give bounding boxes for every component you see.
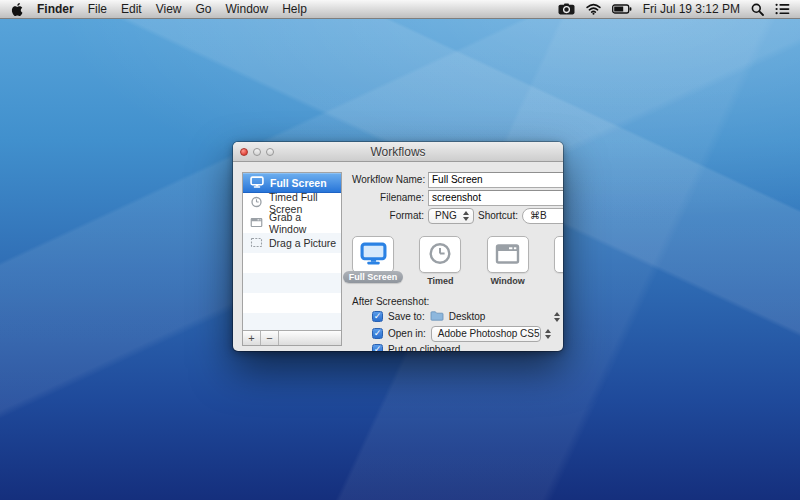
full-screen-button[interactable] [352,236,394,273]
format-label: Format: [352,210,424,221]
workflow-name-label: Workflow Name: [352,174,424,185]
list-empty-row [243,273,341,293]
menu-window[interactable]: Window [226,2,269,16]
filename-input[interactable] [428,190,563,206]
list-item-drag-a-picture[interactable]: Drag a Picture [243,233,341,253]
list-item-label: Grab a Window [269,211,341,235]
open-in-value: Adobe Photoshop CS5 [438,328,540,339]
clipboard-checkbox[interactable]: ✓ [372,344,383,351]
apple-menu-icon[interactable] [10,2,23,17]
timed-button[interactable] [419,236,461,273]
popup-arrows-icon [463,211,469,221]
list-toolbar: + − [243,330,341,345]
popup-arrows-icon [554,312,560,322]
window-icon [494,243,521,267]
menu-bar-clock[interactable]: Fri Jul 19 3:12 PM [643,2,740,16]
clock-icon [427,242,453,267]
format-popup[interactable]: PNG [428,208,474,224]
list-empty-row [243,253,341,273]
capture-type-drag[interactable]: Drag [554,236,563,286]
after-screenshot-heading: After Screenshot: [352,296,563,307]
capture-type-window[interactable]: Window [487,236,529,286]
desktop: Finder File Edit View Go Window Help [0,0,800,500]
format-shortcut-row: Format: PNG Shortcut: ⌘B × [352,208,563,223]
drag-button[interactable] [554,236,563,273]
menu-go[interactable]: Go [196,2,212,16]
title-bar[interactable]: Workflows [233,142,563,162]
display-icon [360,242,387,267]
capture-type-label: Timed [427,276,453,286]
list-item-grab-a-window[interactable]: Grab a Window [243,213,341,233]
open-in-popup[interactable]: Adobe Photoshop CS5 [431,326,541,342]
display-icon [250,176,264,190]
menu-bar-menus: Finder File Edit View Go Window Help [10,2,307,17]
menu-edit[interactable]: Edit [121,2,142,16]
drag-selection-icon [250,237,263,250]
shortcut-label: Shortcut: [474,210,518,221]
add-workflow-button[interactable]: + [243,331,261,345]
save-to-popup[interactable]: Desktop [430,310,560,323]
save-to-label: Save to: [388,311,425,322]
save-to-checkbox[interactable]: ✓ [372,311,383,322]
menu-view[interactable]: View [156,2,182,16]
window-icon [250,217,263,230]
list-item-label: Drag a Picture [269,237,336,249]
filename-label: Filename: [352,192,424,203]
capture-type-timed[interactable]: Timed [419,236,461,286]
clock-icon [250,196,263,210]
menu-finder[interactable]: Finder [37,2,74,16]
clipboard-label: Put on clipboard [388,344,460,351]
open-in-label: Open in: [388,328,426,339]
workflows-window: Workflows Full Screen [233,142,563,351]
spotlight-icon[interactable] [751,3,764,16]
window-button[interactable] [487,236,529,273]
menu-file[interactable]: File [88,2,107,16]
workflow-list-rows: Full Screen Timed Full Screen [243,173,341,330]
save-to-value: Desktop [449,311,549,322]
window-content: Full Screen Timed Full Screen [233,162,563,351]
folder-icon [430,310,444,323]
camera-icon[interactable] [558,3,575,15]
window-title: Workflows [233,145,563,159]
menu-help[interactable]: Help [282,2,307,16]
open-in-row: ✓ Open in: Adobe Photoshop CS5 [372,326,563,341]
notification-list-icon[interactable] [775,3,790,15]
workflow-name-row: Workflow Name: [352,172,563,187]
workflow-list: Full Screen Timed Full Screen [242,172,342,346]
open-in-checkbox[interactable]: ✓ [372,328,383,339]
capture-type-buttons: Full Screen Timed [352,236,563,286]
workflow-name-input[interactable] [428,172,563,188]
battery-icon[interactable] [612,4,632,14]
list-empty-row [243,293,341,313]
list-empty-row [243,313,341,330]
filename-row: Filename: [352,190,563,205]
shortcut-value: ⌘B [530,210,563,221]
drag-selection-icon [561,243,563,267]
list-item-label: Full Screen [270,177,327,189]
shortcut-field[interactable]: ⌘B × [522,208,563,224]
remove-workflow-button[interactable]: − [261,331,279,345]
format-value: PNG [435,210,458,221]
popup-arrows-icon [545,329,551,339]
list-item-timed-full-screen[interactable]: Timed Full Screen [243,193,341,213]
capture-type-label: Full Screen [343,271,404,283]
workflow-detail-panel: Workflow Name: Filename: [352,172,563,346]
save-to-row: ✓ Save to: Desktop [372,310,563,323]
capture-type-label: Window [490,276,524,286]
wifi-icon[interactable] [586,3,601,15]
list-item-full-screen[interactable]: Full Screen [243,173,341,193]
capture-type-full-screen[interactable]: Full Screen [352,236,394,286]
menu-bar: Finder File Edit View Go Window Help [0,0,800,19]
menu-bar-status: Fri Jul 19 3:12 PM [558,2,790,16]
clipboard-row: ✓ Put on clipboard [372,344,563,351]
